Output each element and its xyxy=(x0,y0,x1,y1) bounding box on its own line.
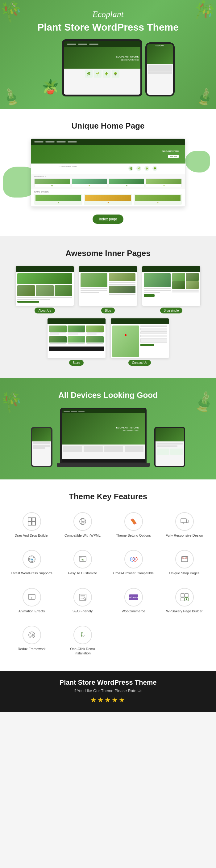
inner-page-store: Store xyxy=(47,318,106,366)
seo-label: SEO Friendly xyxy=(62,609,103,613)
svg-marker-28 xyxy=(31,597,33,599)
blog-single-img xyxy=(144,273,171,287)
one-click-icon xyxy=(73,626,92,644)
svg-point-21 xyxy=(134,558,136,560)
plant-pot: 🪴 xyxy=(42,79,59,95)
plant-card-1: 🌿 xyxy=(34,178,70,187)
wordpress-icon: W xyxy=(23,550,41,568)
cross-browser-icon xyxy=(124,550,143,568)
svg-rect-22 xyxy=(181,557,188,562)
unique-home-title: Unique Home Page xyxy=(9,121,207,131)
preview-plants-section: NEW ARRIVALS 🌿 🌱 🌿 xyxy=(31,174,185,189)
device-laptop: ECOPLANT STORE CONIFER PLANT STORE xyxy=(60,408,147,463)
feature-shop: Unique Shop Pages xyxy=(162,547,207,578)
svg-rect-0 xyxy=(28,518,32,521)
all-devices-section: 🎋 🎍 All Devices Looking Good xyxy=(0,378,216,479)
laptop-base xyxy=(57,463,150,467)
homepage-preview: FLOPLANT STORE Shop Now CONIFER PLANT ST… xyxy=(31,138,185,207)
svg-rect-26 xyxy=(28,594,35,599)
nav-item-2 xyxy=(45,141,55,143)
animation-label: Animation Effects xyxy=(11,609,52,613)
seo-icon xyxy=(73,588,92,607)
inner-page-blog: Blog xyxy=(79,266,137,313)
store-preview xyxy=(47,318,106,358)
feature-cross-browser: Cross-Browser Compatible xyxy=(111,547,156,578)
store-item-5 xyxy=(68,336,85,345)
nav-item-1 xyxy=(34,141,43,143)
svg-rect-24 xyxy=(183,557,184,558)
feature-animation: Animation Effects xyxy=(9,585,54,616)
svg-rect-37 xyxy=(181,593,184,597)
hero-title: Plant Store WordPress Theme xyxy=(6,22,210,33)
contact-map xyxy=(112,326,139,357)
inner-pages-grid: About Us xyxy=(9,266,207,366)
footer-title: Plant Store WordPress Theme xyxy=(6,679,210,686)
svg-rect-1 xyxy=(32,518,35,521)
shop-icon xyxy=(175,550,194,568)
blog-single-grid xyxy=(172,273,199,289)
store-label-btn[interactable]: Store xyxy=(69,360,84,366)
form-input-3 xyxy=(140,335,167,337)
about-nav xyxy=(16,266,74,272)
preview-shop-btn: Shop Now xyxy=(168,155,179,158)
contact-preview xyxy=(110,318,169,358)
form-textarea xyxy=(140,338,167,343)
feature-responsive: Fully Responsive Design xyxy=(162,509,207,540)
shop-label: Unique Shop Pages xyxy=(164,571,205,575)
preview-plant-grid: 🌿 🌱 🌿 🌵 xyxy=(34,178,182,187)
index-page-button[interactable]: Index page xyxy=(93,215,123,224)
blog-right xyxy=(109,273,136,305)
plant-card-2: 🌱 xyxy=(72,178,107,187)
form-submit-btn xyxy=(140,344,154,346)
blog-label-btn[interactable]: Blog xyxy=(101,308,115,313)
contact-nav xyxy=(111,318,169,324)
tablet-screen-top: ECOPLANT STORE CONIFER PLANT STORE xyxy=(64,47,140,69)
feature-woocommerce: WooCommerce WooCommerce xyxy=(111,585,156,616)
laptop-group: ECOPLANT STORE CONIFER PLANT STORE xyxy=(57,408,150,467)
features-title: Theme Key Features xyxy=(9,492,207,501)
preview-features-row: CONIFER PLANT STORE 🌿 🌱 🌵 🌳 xyxy=(31,163,185,174)
inner-pages-title: Awesome Inner Pages xyxy=(9,249,207,258)
category-1: 🌿 xyxy=(34,194,82,205)
person-1 xyxy=(17,285,35,296)
store-item-1 xyxy=(49,326,67,335)
redux-label: Redux Framework xyxy=(11,647,52,651)
blog-single-preview xyxy=(142,266,201,306)
blog-single-btn xyxy=(144,294,154,297)
feature-icon-3: 🌵 xyxy=(144,166,149,171)
form-input-1 xyxy=(140,328,167,331)
preview-nav-bar xyxy=(31,139,185,145)
contact-form xyxy=(140,326,167,357)
home-preview-container: FLOPLANT STORE Shop Now CONIFER PLANT ST… xyxy=(9,138,207,207)
store-item-6 xyxy=(86,336,104,345)
cross-browser-label: Cross-Browser Compatible xyxy=(113,571,154,575)
all-devices-wrapper: ECOPLANT STORE CONIFER PLANT STORE xyxy=(9,408,207,467)
feature-wordpress: W Latest WordPress Supports xyxy=(9,547,54,578)
phone-screen: ECOPLANT xyxy=(147,44,173,95)
preview-hero-text: FLOPLANT STORE Shop Now xyxy=(142,150,179,158)
about-label-btn[interactable]: About Us xyxy=(35,308,55,313)
woocommerce-label: WooCommerce xyxy=(113,609,154,613)
blog-third-img xyxy=(109,286,136,293)
svg-point-16 xyxy=(80,557,81,558)
devices-group: ECOPLANT STORE CONIFER PLANT STORE xyxy=(31,408,185,467)
contact-label-btn[interactable]: Contact Us xyxy=(129,360,151,366)
svg-rect-25 xyxy=(185,557,186,558)
store-item-2 xyxy=(68,326,85,335)
plant-card-3: 🌿 xyxy=(109,178,145,187)
store-footer-bar xyxy=(49,346,104,351)
nav-item-4 xyxy=(68,141,77,143)
store-body xyxy=(47,324,106,358)
inner-page-about: About Us xyxy=(15,266,74,313)
blog-single-label-btn[interactable]: Blog single xyxy=(160,308,183,313)
preview-hero-title: FLOPLANT STORE xyxy=(142,150,179,153)
features-grid: Drag And Drop Builder W Compatible With … xyxy=(9,509,207,658)
feature-wpml: W Compatible With WPML xyxy=(60,509,105,540)
about-preview xyxy=(15,266,74,306)
form-title-line xyxy=(140,326,167,327)
inner-page-blog-single: Blog single xyxy=(142,266,201,313)
blog-single-body xyxy=(142,272,200,306)
responsive-label: Fully Responsive Design xyxy=(164,533,205,537)
blog-secondary-img xyxy=(109,273,136,281)
theme-settings-label: Theme Setting Options xyxy=(113,533,154,537)
